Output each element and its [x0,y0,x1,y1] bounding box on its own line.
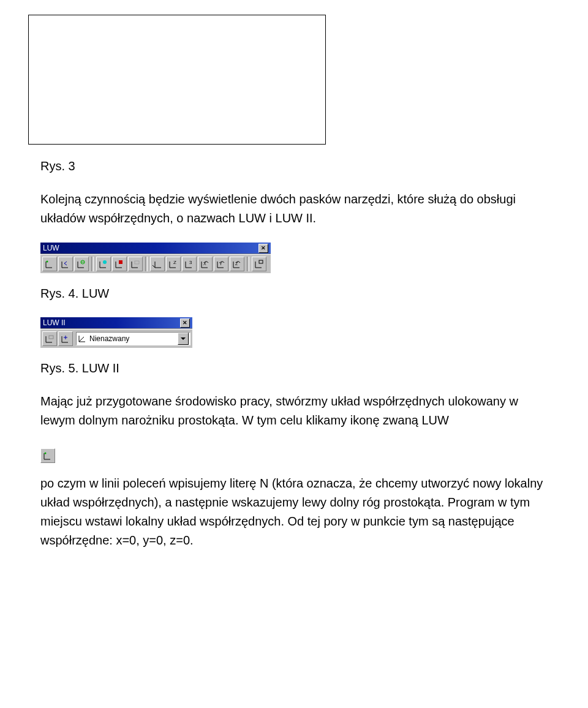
luw-toolbar-titlebar: LUW ✕ [40,243,271,254]
svg-point-51 [45,453,47,454]
close-icon[interactable]: ✕ [258,244,268,253]
paragraph-1: Kolejną czynnością będzie wyświetlenie d… [40,190,548,228]
svg-rect-17 [135,261,139,264]
chevron-down-icon[interactable] [178,333,189,345]
ucs-object-icon[interactable] [96,257,111,271]
svg-rect-41 [49,336,53,339]
ucs-apply-icon[interactable] [252,257,266,271]
svg-line-20 [153,265,155,268]
toolbar-separator [247,257,249,271]
toolbar-separator [91,257,94,271]
svg-point-2 [47,261,48,263]
ucs-zaxis-icon[interactable]: Z [166,257,181,271]
luw-icon[interactable] [42,257,57,271]
ucs-origin-icon[interactable] [150,257,165,271]
luw2-toolbar-titlebar: LUW II ✕ [40,317,192,329]
luw2-toolbar: LUW II ✕ Nienazwany [40,317,192,348]
luw-icon[interactable] [40,448,55,463]
close-icon[interactable]: ✕ [180,318,190,328]
luw2-toolbar-title: LUW II [43,318,66,327]
ucs-name-dropdown-value: Nienazwany [89,334,178,343]
luw2-toolbar-row: Nienazwany [40,329,192,348]
figure-placeholder-box [28,15,326,145]
ucs-view-icon[interactable] [128,257,143,271]
ucs-world-icon[interactable] [74,257,89,271]
svg-point-11 [103,260,107,264]
ucs-rotate-z-icon[interactable]: Z [230,257,244,271]
svg-rect-38 [259,260,263,263]
ucs-name-dropdown[interactable]: Nienazwany [76,332,190,345]
ucs-rotate-y-icon[interactable]: Y [214,257,228,271]
toolbar-separator [145,257,148,271]
svg-text:Z: Z [173,260,176,265]
paragraph-2: Mając już przygotowane środowisko pracy,… [40,392,548,430]
ucs-move-icon[interactable] [58,331,73,346]
paragraph-3: po czym w linii poleceń wpisujemy literę… [40,474,548,550]
ucs-3point-icon[interactable]: 3 [182,257,197,271]
ucs-named-icon[interactable] [42,331,57,346]
luw-inline-icon [40,448,55,463]
figure-5-caption: Rys. 5. LUW II [40,359,548,377]
ucs-rotate-x-icon[interactable]: X [198,257,213,271]
luw-toolbar-title: LUW [43,244,59,252]
svg-text:Y: Y [219,262,222,266]
figure-4-caption: Rys. 4. LUW [40,284,548,303]
svg-text:Z: Z [235,262,238,266]
figure-3-caption: Rys. 3 [40,157,548,175]
svg-text:X: X [203,262,206,266]
ucs-face-icon[interactable] [112,257,127,271]
svg-text:3: 3 [189,260,192,265]
svg-line-48 [79,337,84,342]
ucs-previous-icon[interactable] [58,257,73,271]
ucs-planview-icon [78,334,87,343]
luw-toolbar: LUW ✕ [40,243,271,273]
svg-rect-14 [119,260,123,264]
luw-toolbar-row: Z 3 X Y Z [40,254,271,273]
